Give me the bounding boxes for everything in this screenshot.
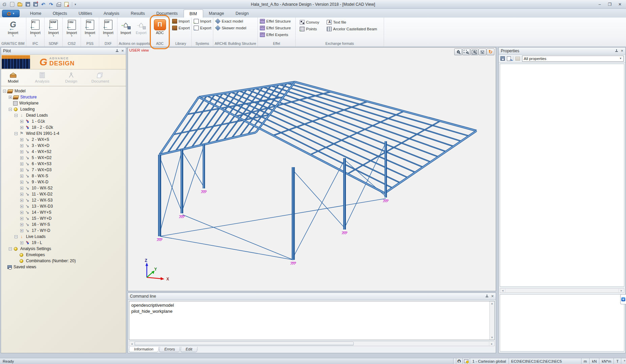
sdnf-import-button[interactable]: SDNF← Import ▾ [47,19,60,41]
tab-analysis[interactable]: Analysis [98,9,125,18]
tree-expand-box[interactable]: + [20,181,23,184]
tree-item[interactable]: Workplane [2,100,126,106]
snap-magnet-icon[interactable]: C [456,358,462,364]
horizontal-scrollbar[interactable]: ◂ ▸ [129,341,495,346]
cad-viewport[interactable]: USER view ↻ Z X [128,47,496,291]
effel-structure-export-button[interactable]: → Effel Structure [258,25,295,31]
effel-structure-import-button[interactable]: ← Effel Structure [258,18,295,24]
toolbar-options-caret-icon[interactable]: ▾ [75,3,76,6]
tree-item[interactable]: +14 - WY+S [2,209,126,215]
new-document-icon[interactable] [9,1,15,7]
tree-expand-box[interactable]: − [9,247,12,250]
unit-temperature[interactable]: T [614,358,621,364]
tree-item[interactable]: +4 - WX+S2 [2,149,126,155]
text-file-button[interactable]: Text file [325,19,378,25]
tree-item[interactable]: +6 - WX+S3 [2,161,126,167]
copy-properties-icon[interactable] [507,56,511,61]
collapsed-panel-tab[interactable]: e [620,294,626,304]
tree-item[interactable]: +19 - L [2,240,126,246]
redo-icon[interactable]: ↷ [48,1,54,7]
tree-expand-box[interactable]: + [20,217,23,220]
pin-icon[interactable] [615,49,618,53]
tree-expand-box[interactable]: + [20,138,23,141]
tree-item[interactable]: +8 - WX-S [2,173,126,179]
tree-expand-box[interactable]: + [20,126,23,129]
maximize-button[interactable]: ❐ [605,1,615,7]
library-export-button[interactable]: → Export [171,25,191,31]
tree-expand-box[interactable]: + [20,205,23,208]
scrollbar-thumb[interactable] [135,342,354,345]
mode-design[interactable]: Design [62,72,80,83]
tree-expand-box[interactable]: − [3,90,6,93]
tree-item[interactable]: +15 - WY+D [2,215,126,221]
tree-expand-box[interactable]: + [20,175,23,178]
tree-item[interactable]: −Wind EN 1991-1-4 [2,130,126,136]
tree-expand-box[interactable]: + [20,229,23,232]
adc-button[interactable]: Π ADC [153,19,167,41]
effel-experts-button[interactable]: → Effel Experts [258,32,295,37]
tree-item[interactable]: +17 - WY-D [2,228,126,234]
tree-item[interactable]: +13 - WX-D3 [2,203,126,209]
tree-expand-box[interactable]: − [9,108,12,111]
systems-import-button[interactable]: ← Import [192,18,212,24]
zoom-window-icon[interactable] [462,49,470,55]
tree-expand-box[interactable]: + [20,199,23,202]
open-icon[interactable] [17,1,23,7]
tab-errors[interactable]: Errors [159,347,180,352]
close-icon[interactable]: × [491,294,494,298]
tab-information[interactable]: Information [129,347,159,352]
tree-item[interactable]: +18 - 2 - G2k [2,124,126,130]
close-icon[interactable]: × [121,49,124,53]
tree-item[interactable]: +7 - WX+D3 [2,167,126,173]
scroll-down-icon[interactable]: ▼ [491,336,493,339]
tree-expand-box[interactable]: + [20,156,23,159]
tree-item[interactable]: +12 - WX-S3 [2,197,126,203]
save-icon[interactable] [25,1,31,7]
unit-length[interactable]: m [581,358,590,364]
tree-expand-box[interactable]: + [20,241,23,244]
tree-item[interactable]: +Structure [2,94,126,100]
horizontal-scrollbar[interactable]: ◂ ▸ [500,288,624,293]
pss-import-button[interactable]: PSS← Import ▾ [83,19,97,41]
unit-angle[interactable]: ° [621,358,626,364]
tree-item[interactable]: +5 - WX+D2 [2,155,126,161]
structure-3d-model[interactable] [128,48,496,291]
tree-item[interactable]: +11 - WX-D2 [2,191,126,197]
scroll-up-icon[interactable]: ▲ [491,302,493,305]
tree-expand-box[interactable]: − [15,235,18,238]
tree-expand-box[interactable]: + [20,120,23,123]
ifc-import-button[interactable]: IFC← Import ▾ [29,19,42,41]
close-document-icon[interactable] [63,1,70,7]
tree-item[interactable]: Combinations (Number: 20) [2,258,126,264]
convoy-button[interactable]: Convoy [298,19,321,25]
pin-icon[interactable] [485,295,488,298]
tree-item[interactable]: +16 - WY-S [2,221,126,228]
properties-filter-dropdown[interactable]: All properties ▼ [522,56,624,62]
orbit-icon[interactable]: ↻ [487,49,494,55]
tree-expand-box[interactable]: + [20,223,23,226]
points-button[interactable]: ← Points [298,26,321,32]
tree-item[interactable]: +10 - WX-S2 [2,185,126,191]
tree-item[interactable]: −Dead Loads [2,112,126,118]
close-button[interactable]: ✕ [615,1,625,7]
coordinate-system-indicator[interactable]: 1 - Cartesian global [470,358,509,364]
design-codes-indicator[interactable]: EC0\EC8\EC1\EC2\EC3\EC5 [509,358,581,364]
minimize-button[interactable]: – [595,1,604,7]
tab-utilities[interactable]: Utilities [73,9,98,18]
print-icon[interactable] [56,1,62,7]
tab-objects[interactable]: Objects [47,9,73,18]
redraw-icon[interactable] [479,49,486,55]
scroll-right-icon[interactable]: ▸ [489,341,494,346]
tree-item[interactable]: −Model [2,88,126,94]
tree-item[interactable]: +9 - WX-D [2,179,126,185]
save-properties-icon[interactable] [500,56,505,61]
display-settings-icon[interactable] [462,358,470,364]
tree-item[interactable]: −Live Loads [2,234,126,240]
vertical-scrollbar[interactable]: ▲ ▼ [489,301,494,340]
library-import-button[interactable]: ← Import [171,18,191,24]
tab-edit[interactable]: Edit [180,347,198,352]
zoom-in-out-icon[interactable] [454,49,462,55]
arcelor-castellated-beam-button[interactable]: Arcelor Castellated Beam [325,26,378,32]
unit-moment[interactable]: kN*m [599,358,614,364]
tree-item[interactable]: −Loading [2,106,126,112]
